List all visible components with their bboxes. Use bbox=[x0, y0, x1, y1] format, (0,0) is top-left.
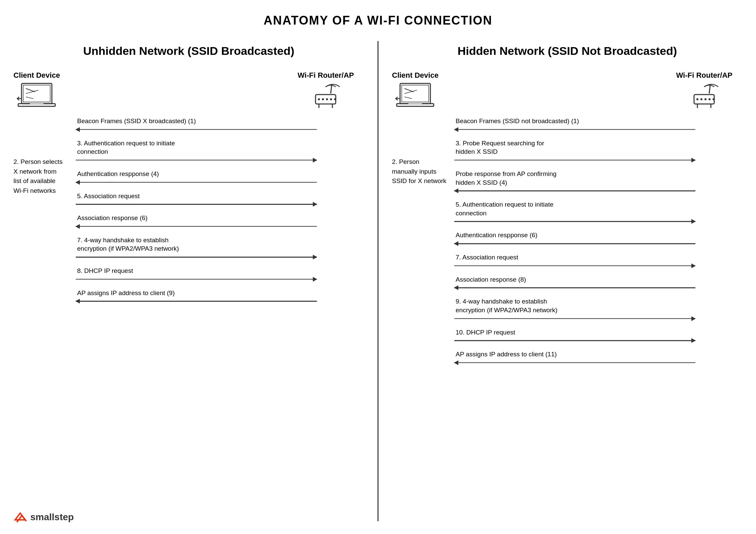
right-panel: Hidden Network (SSID Not Broadcasted) Cl… bbox=[379, 34, 756, 534]
step-label-4: Authentication respponse (6) bbox=[454, 231, 695, 240]
left-router-device: Wi-Fi Router/AP bbox=[298, 71, 354, 115]
svg-line-25 bbox=[709, 85, 710, 94]
left-router-col bbox=[317, 117, 364, 311]
arrow-5 bbox=[76, 254, 317, 260]
right-side-note-area: 2. Person manually inputs SSID for X net… bbox=[392, 117, 454, 372]
right-router-col bbox=[695, 117, 743, 372]
svg-point-29 bbox=[704, 98, 706, 100]
right-side-note: 2. Person manually inputs SSID for X net… bbox=[392, 157, 451, 186]
arrow-3 bbox=[454, 218, 695, 225]
sequence-step-5: 7. Association request bbox=[454, 253, 695, 269]
step-label-0: Beacon Frames (SSID X broadcasted) (1) bbox=[76, 117, 317, 126]
arrow-6 bbox=[76, 276, 317, 283]
sequence-step-0: Beacon Frames (SSID not broadcasted) (1) bbox=[454, 117, 695, 133]
svg-point-11 bbox=[322, 98, 324, 100]
arrow-4 bbox=[76, 223, 317, 230]
svg-line-21 bbox=[404, 97, 412, 99]
right-client-device: Client Device bbox=[392, 71, 438, 112]
sequence-step-0: Beacon Frames (SSID X broadcasted) (1) bbox=[76, 117, 317, 133]
logo-icon bbox=[13, 510, 27, 524]
sequence-step-4: Authentication respponse (6) bbox=[454, 231, 695, 247]
step-label-4: Association response (6) bbox=[76, 214, 317, 223]
laptop-icon-left bbox=[17, 82, 57, 110]
left-client-device: Client Device bbox=[13, 71, 60, 112]
sequence-step-4: Association response (6) bbox=[76, 214, 317, 230]
router-icon-right bbox=[687, 82, 721, 114]
arrow-0 bbox=[454, 126, 695, 133]
svg-point-10 bbox=[318, 98, 320, 100]
svg-point-14 bbox=[334, 98, 336, 100]
page-title: ANATOMY OF A WI-FI CONNECTION bbox=[0, 0, 756, 34]
arrow-4 bbox=[454, 240, 695, 247]
sequence-step-6: Association response (8) bbox=[454, 275, 695, 291]
right-panel-title: Hidden Network (SSID Not Broadcasted) bbox=[392, 44, 743, 58]
sequence-step-6: 8. DHCP IP request bbox=[76, 266, 317, 283]
left-side-note-area: 2. Person selects X network from list of… bbox=[13, 117, 76, 311]
sequence-step-1: 3. Authentication request to initiate co… bbox=[76, 139, 317, 164]
svg-rect-6 bbox=[30, 103, 43, 104]
svg-rect-1 bbox=[23, 85, 50, 102]
step-label-9: AP assigns IP address to client (11) bbox=[454, 350, 695, 359]
arrow-2 bbox=[76, 179, 317, 186]
sequence-step-2: Probe response from AP confirming hidden… bbox=[454, 170, 695, 194]
step-label-8: 10. DHCP IP request bbox=[454, 328, 695, 337]
step-label-3: 5. Association request bbox=[76, 192, 317, 201]
sequence-step-9: AP assigns IP address to client (11) bbox=[454, 350, 695, 366]
left-sequence-diagram: 2. Person selects X network from list of… bbox=[13, 117, 364, 311]
svg-line-4 bbox=[26, 97, 33, 99]
arrow-1 bbox=[454, 157, 695, 164]
step-label-2: Probe response from AP confirming hidden… bbox=[454, 170, 695, 187]
arrow-9 bbox=[454, 359, 695, 366]
step-label-1: 3. Probe Request searching for hidden X … bbox=[454, 139, 695, 157]
step-label-5: 7. Association request bbox=[454, 253, 695, 262]
svg-line-8 bbox=[331, 85, 332, 94]
arrow-7 bbox=[76, 298, 317, 305]
sequence-step-3: 5. Authentication request to initiate co… bbox=[454, 200, 695, 225]
step-label-2: Authentication respponse (4) bbox=[76, 170, 317, 179]
left-arrows-area: Beacon Frames (SSID X broadcasted) (1)3.… bbox=[76, 117, 317, 311]
sequence-step-5: 7. 4-way handshake to establish encrypti… bbox=[76, 236, 317, 260]
left-panel: Unhidden Network (SSID Broadcasted) Clie… bbox=[0, 34, 377, 534]
sequence-step-3: 5. Association request bbox=[76, 192, 317, 208]
step-label-7: AP assigns IP address to client (9) bbox=[76, 289, 317, 298]
sequence-step-7: 9. 4-way handshake to establish encrypti… bbox=[454, 297, 695, 322]
step-label-7: 9. 4-way handshake to establish encrypti… bbox=[454, 297, 695, 315]
arrow-7 bbox=[454, 315, 695, 322]
svg-point-13 bbox=[330, 98, 332, 100]
svg-point-28 bbox=[700, 98, 702, 100]
svg-point-12 bbox=[326, 98, 328, 100]
smallstep-logo: smallstep bbox=[13, 510, 74, 524]
arrow-3 bbox=[76, 201, 317, 208]
router-icon-left bbox=[309, 82, 342, 114]
right-router-device: Wi-Fi Router/AP bbox=[676, 71, 732, 115]
svg-point-31 bbox=[713, 98, 715, 100]
right-sequence-diagram: 2. Person manually inputs SSID for X net… bbox=[392, 117, 743, 372]
laptop-icon-right bbox=[395, 82, 435, 110]
step-label-6: 8. DHCP IP request bbox=[76, 266, 317, 276]
sequence-step-2: Authentication respponse (4) bbox=[76, 170, 317, 186]
arrow-1 bbox=[76, 157, 317, 164]
step-label-0: Beacon Frames (SSID not broadcasted) (1) bbox=[454, 117, 695, 126]
svg-point-27 bbox=[696, 98, 698, 100]
step-label-3: 5. Authentication request to initiate co… bbox=[454, 200, 695, 218]
arrow-8 bbox=[454, 337, 695, 344]
svg-rect-18 bbox=[402, 85, 429, 102]
arrow-5 bbox=[454, 262, 695, 269]
step-label-1: 3. Authentication request to initiate co… bbox=[76, 139, 317, 157]
step-label-5: 7. 4-way handshake to establish encrypti… bbox=[76, 236, 317, 254]
step-label-6: Association response (8) bbox=[454, 275, 695, 285]
arrow-6 bbox=[454, 284, 695, 291]
sequence-step-7: AP assigns IP address to client (9) bbox=[76, 289, 317, 305]
logo-text: smallstep bbox=[30, 512, 74, 523]
right-arrows-area: Beacon Frames (SSID not broadcasted) (1)… bbox=[454, 117, 695, 372]
sequence-step-8: 10. DHCP IP request bbox=[454, 328, 695, 344]
left-panel-title: Unhidden Network (SSID Broadcasted) bbox=[13, 44, 364, 58]
svg-rect-23 bbox=[408, 103, 422, 104]
arrow-0 bbox=[76, 126, 317, 133]
left-side-note: 2. Person selects X network from list of… bbox=[13, 157, 64, 195]
svg-point-30 bbox=[709, 98, 711, 100]
arrow-2 bbox=[454, 187, 695, 194]
sequence-step-1: 3. Probe Request searching for hidden X … bbox=[454, 139, 695, 164]
